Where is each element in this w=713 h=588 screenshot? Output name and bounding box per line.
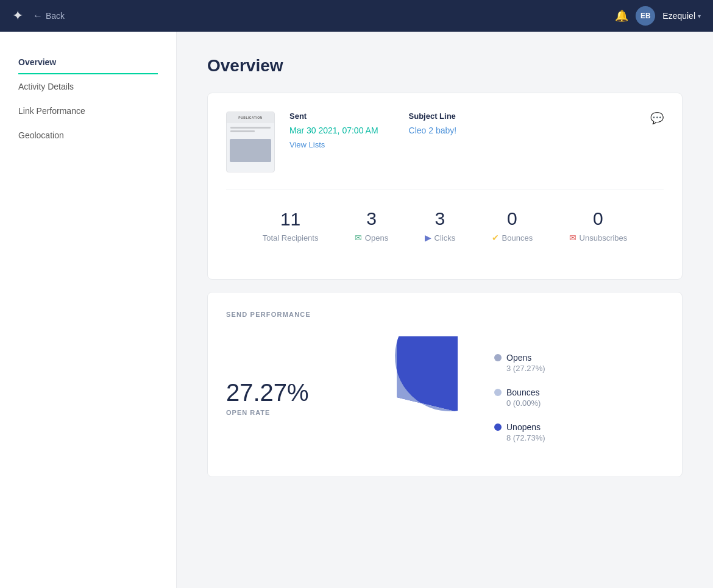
legend-value-bounces: 0 (0.00%) bbox=[506, 398, 545, 408]
stat-label-wrap-clicks: ▶ Clicks bbox=[425, 233, 456, 243]
legend-dot-unopens bbox=[494, 423, 502, 431]
stat-unsubscribes: 0 ✉ Unsubscribes bbox=[569, 208, 628, 243]
logo-icon: ✦ bbox=[12, 8, 23, 24]
sent-label: Sent bbox=[289, 112, 378, 121]
subject-group: Subject Line Cleo 2 baby! bbox=[409, 112, 457, 149]
legend-name-unopens: Unopens bbox=[506, 422, 541, 432]
legend-name-opens: Opens bbox=[506, 353, 531, 363]
perf-content: 27.27% OPEN RATE bbox=[226, 336, 664, 458]
stat-number-unsubscribes: 0 bbox=[593, 208, 603, 229]
stat-bounces: 0 ✔ Bounces bbox=[492, 208, 533, 243]
campaign-info: PUBLICATION Sent Mar 30 2021, 07:00 AM V… bbox=[208, 93, 682, 279]
topnav-right: 🔔 EB Ezequiel ▾ bbox=[615, 6, 701, 26]
stat-label-clicks: Clicks bbox=[435, 233, 456, 243]
pie-slice-unopens bbox=[397, 336, 458, 411]
stat-number-recipients: 11 bbox=[280, 209, 300, 230]
perf-section-label: SEND PERFORMANCE bbox=[226, 311, 664, 318]
unsubscribes-icon: ✉ bbox=[569, 233, 576, 243]
stat-label-wrap-unsubscribes: ✉ Unsubscribes bbox=[569, 233, 628, 243]
sidebar-item-link-performance[interactable]: Link Performance bbox=[0, 99, 176, 123]
comment-icon[interactable]: 💬 bbox=[650, 112, 664, 125]
legend-dot-opens bbox=[494, 354, 502, 361]
bounces-icon: ✔ bbox=[492, 233, 499, 243]
stat-total-recipients: 11 Total Recipients bbox=[263, 209, 319, 243]
stat-label-wrap-bounces: ✔ Bounces bbox=[492, 233, 533, 243]
campaign-card: PUBLICATION Sent Mar 30 2021, 07:00 AM V… bbox=[207, 93, 683, 280]
stat-label-opens: Opens bbox=[365, 233, 388, 243]
sidebar-item-geolocation[interactable]: Geolocation bbox=[0, 123, 176, 147]
legend-label-row-opens: Opens bbox=[494, 353, 545, 363]
stats-row: 11 Total Recipients 3 ✉ Opens 3 bbox=[226, 190, 664, 261]
stat-number-opens: 3 bbox=[366, 208, 377, 229]
topnav: ✦ ← Back 🔔 EB Ezequiel ▾ bbox=[0, 0, 713, 32]
sent-group: Sent Mar 30 2021, 07:00 AM View Lists bbox=[289, 112, 378, 149]
stat-label-bounces: Bounces bbox=[502, 233, 533, 243]
user-name-label: Ezequiel bbox=[662, 11, 695, 21]
thumb-line bbox=[230, 127, 271, 129]
app-layout: Overview Activity Details Link Performan… bbox=[0, 32, 713, 588]
sidebar: Overview Activity Details Link Performan… bbox=[0, 32, 177, 588]
opens-icon: ✉ bbox=[355, 233, 362, 243]
legend-item-bounces: Bounces 0 (0.00%) bbox=[494, 388, 545, 408]
sidebar-item-overview[interactable]: Overview bbox=[0, 50, 176, 74]
stat-label-recipients: Total Recipients bbox=[263, 233, 319, 243]
subject-value: Cleo 2 baby! bbox=[409, 126, 457, 135]
campaign-meta: Sent Mar 30 2021, 07:00 AM View Lists Su… bbox=[289, 112, 636, 149]
subject-label: Subject Line bbox=[409, 112, 457, 121]
sidebar-item-activity-details[interactable]: Activity Details bbox=[0, 74, 176, 99]
legend-value-unopens: 8 (72.73%) bbox=[506, 433, 545, 442]
main-content: Overview PUBLICATION bbox=[177, 32, 713, 588]
back-arrow-icon: ← bbox=[33, 10, 43, 21]
legend: Opens 3 (27.27%) Bounces 0 (0.00%) bbox=[494, 353, 545, 442]
page-title: Overview bbox=[207, 56, 683, 76]
campaign-thumbnail: PUBLICATION bbox=[226, 112, 275, 172]
back-label: Back bbox=[46, 11, 65, 21]
legend-item-unopens: Unopens 8 (72.73%) bbox=[494, 422, 545, 442]
stat-label-wrap-opens: ✉ Opens bbox=[355, 233, 388, 243]
thumb-header-text: PUBLICATION bbox=[227, 112, 274, 123]
thumb-image bbox=[230, 139, 271, 162]
clicks-icon: ▶ bbox=[425, 233, 431, 243]
campaign-top: PUBLICATION Sent Mar 30 2021, 07:00 AM V… bbox=[226, 112, 664, 190]
stat-number-bounces: 0 bbox=[507, 208, 517, 229]
perf-card-inner: SEND PERFORMANCE 27.27% OPEN RATE bbox=[208, 292, 682, 476]
open-rate-wrap: 27.27% OPEN RATE bbox=[226, 379, 311, 416]
view-lists-link[interactable]: View Lists bbox=[289, 140, 378, 149]
topnav-left: ✦ ← Back bbox=[12, 8, 65, 24]
pie-svg bbox=[336, 336, 458, 458]
legend-label-row-bounces: Bounces bbox=[494, 388, 545, 397]
stat-label-unsubscribes: Unsubscribes bbox=[580, 233, 628, 243]
stat-opens: 3 ✉ Opens bbox=[355, 208, 388, 243]
pie-chart bbox=[336, 336, 458, 458]
avatar: EB bbox=[636, 6, 655, 26]
stat-clicks: 3 ▶ Clicks bbox=[425, 208, 456, 243]
legend-label-row-unopens: Unopens bbox=[494, 422, 545, 432]
back-button[interactable]: ← Back bbox=[33, 10, 65, 21]
stat-label-wrap-recipients: Total Recipients bbox=[263, 233, 319, 243]
chevron-down-icon: ▾ bbox=[698, 13, 701, 19]
legend-dot-bounces bbox=[494, 389, 502, 396]
sent-value: Mar 30 2021, 07:00 AM bbox=[289, 126, 378, 135]
thumb-line-short bbox=[230, 130, 255, 132]
stat-number-clicks: 3 bbox=[435, 208, 445, 229]
open-rate-pct: 27.27% bbox=[226, 379, 311, 406]
legend-item-opens: Opens 3 (27.27%) bbox=[494, 353, 545, 373]
thumb-lines bbox=[227, 123, 274, 138]
user-menu[interactable]: Ezequiel ▾ bbox=[662, 11, 701, 21]
legend-name-bounces: Bounces bbox=[506, 388, 539, 397]
performance-card: SEND PERFORMANCE 27.27% OPEN RATE bbox=[207, 292, 683, 477]
open-rate-label: OPEN RATE bbox=[226, 409, 311, 416]
notification-icon[interactable]: 🔔 bbox=[615, 9, 628, 23]
legend-value-opens: 3 (27.27%) bbox=[506, 364, 545, 373]
